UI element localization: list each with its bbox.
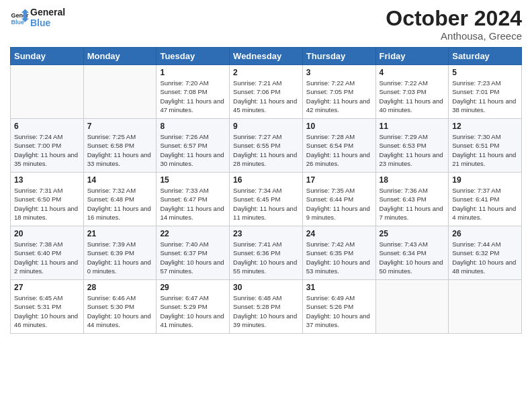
- calendar-cell: 15Sunrise: 7:33 AMSunset: 6:47 PMDayligh…: [157, 173, 230, 226]
- day-info: Sunrise: 7:38 AMSunset: 6:40 PMDaylight:…: [14, 240, 80, 275]
- day-number: 11: [380, 122, 445, 131]
- calendar-cell: 18Sunrise: 7:36 AMSunset: 6:43 PMDayligh…: [375, 173, 449, 226]
- calendar-cell: 17Sunrise: 7:35 AMSunset: 6:44 PMDayligh…: [302, 173, 375, 226]
- day-info: Sunrise: 7:22 AMSunset: 7:05 PMDaylight:…: [306, 79, 372, 114]
- header: General Blue General Blue October 2024 A…: [10, 7, 522, 42]
- calendar-cell: [375, 280, 449, 334]
- day-number: 5: [452, 68, 518, 77]
- calendar-cell: [83, 65, 157, 119]
- day-info: Sunrise: 7:25 AMSunset: 6:58 PMDaylight:…: [87, 132, 153, 168]
- day-info: Sunrise: 7:31 AMSunset: 6:50 PMDaylight:…: [14, 186, 80, 222]
- day-info: Sunrise: 7:36 AMSunset: 6:43 PMDaylight:…: [380, 186, 445, 222]
- day-info: Sunrise: 7:35 AMSunset: 6:44 PMDaylight:…: [306, 186, 372, 222]
- calendar-cell: 22Sunrise: 7:40 AMSunset: 6:37 PMDayligh…: [157, 226, 230, 280]
- logo-blue: Blue: [30, 17, 65, 28]
- calendar-cell: 28Sunrise: 6:46 AMSunset: 5:30 PMDayligh…: [83, 280, 157, 334]
- day-number: 9: [233, 122, 299, 131]
- day-number: 13: [14, 175, 80, 185]
- calendar-cell: 1Sunrise: 7:20 AMSunset: 7:08 PMDaylight…: [157, 65, 230, 119]
- day-number: 29: [160, 283, 226, 292]
- day-number: 8: [160, 122, 226, 131]
- calendar-cell: 10Sunrise: 7:28 AMSunset: 6:54 PMDayligh…: [302, 119, 375, 173]
- calendar-cell: 4Sunrise: 7:22 AMSunset: 7:03 PMDaylight…: [375, 65, 449, 119]
- day-number: 30: [233, 283, 299, 292]
- day-info: Sunrise: 7:28 AMSunset: 6:54 PMDaylight:…: [306, 132, 372, 168]
- location: Anthousa, Greece: [386, 30, 522, 42]
- calendar-cell: 13Sunrise: 7:31 AMSunset: 6:50 PMDayligh…: [11, 173, 84, 226]
- calendar-cell: 11Sunrise: 7:29 AMSunset: 6:53 PMDayligh…: [375, 119, 449, 173]
- day-info: Sunrise: 7:32 AMSunset: 6:48 PMDaylight:…: [87, 186, 153, 222]
- svg-text:Blue: Blue: [11, 19, 24, 26]
- day-info: Sunrise: 7:39 AMSunset: 6:39 PMDaylight:…: [87, 240, 153, 275]
- day-info: Sunrise: 7:20 AMSunset: 7:08 PMDaylight:…: [160, 79, 226, 114]
- day-number: 31: [306, 283, 372, 292]
- calendar-cell: 20Sunrise: 7:38 AMSunset: 6:40 PMDayligh…: [11, 226, 84, 280]
- day-number: 25: [380, 229, 445, 238]
- calendar-week: 6Sunrise: 7:24 AMSunset: 7:00 PMDaylight…: [11, 119, 522, 173]
- calendar-cell: 27Sunrise: 6:45 AMSunset: 5:31 PMDayligh…: [11, 280, 84, 334]
- month-title: October 2024: [386, 7, 522, 30]
- day-number: 22: [160, 229, 226, 238]
- calendar-cell: 9Sunrise: 7:27 AMSunset: 6:55 PMDaylight…: [230, 119, 303, 173]
- calendar-cell: 3Sunrise: 7:22 AMSunset: 7:05 PMDaylight…: [302, 65, 375, 119]
- calendar-cell: 31Sunrise: 6:49 AMSunset: 5:26 PMDayligh…: [302, 280, 375, 334]
- weekday-header: Tuesday: [157, 48, 230, 65]
- calendar-week: 20Sunrise: 7:38 AMSunset: 6:40 PMDayligh…: [11, 226, 522, 280]
- day-info: Sunrise: 7:41 AMSunset: 6:36 PMDaylight:…: [233, 240, 299, 275]
- day-info: Sunrise: 7:34 AMSunset: 6:45 PMDaylight:…: [233, 186, 299, 222]
- day-info: Sunrise: 6:45 AMSunset: 5:31 PMDaylight:…: [14, 293, 80, 329]
- title-block: October 2024 Anthousa, Greece: [386, 7, 522, 42]
- calendar-cell: 23Sunrise: 7:41 AMSunset: 6:36 PMDayligh…: [230, 226, 303, 280]
- calendar-week: 27Sunrise: 6:45 AMSunset: 5:31 PMDayligh…: [11, 280, 522, 334]
- calendar-container: General Blue General Blue October 2024 A…: [0, 0, 532, 337]
- day-info: Sunrise: 7:24 AMSunset: 7:00 PMDaylight:…: [14, 132, 80, 168]
- day-number: 24: [306, 229, 372, 238]
- day-number: 3: [306, 68, 372, 77]
- day-info: Sunrise: 7:37 AMSunset: 6:41 PMDaylight:…: [452, 186, 518, 222]
- calendar-cell: [449, 280, 522, 334]
- calendar-cell: 21Sunrise: 7:39 AMSunset: 6:39 PMDayligh…: [83, 226, 157, 280]
- day-number: 15: [160, 175, 226, 185]
- calendar-week: 13Sunrise: 7:31 AMSunset: 6:50 PMDayligh…: [11, 173, 522, 226]
- day-number: 20: [14, 229, 80, 238]
- weekday-header: Wednesday: [230, 48, 303, 65]
- calendar-cell: 25Sunrise: 7:43 AMSunset: 6:34 PMDayligh…: [375, 226, 449, 280]
- header-row: SundayMondayTuesdayWednesdayThursdayFrid…: [11, 48, 522, 65]
- calendar-cell: 7Sunrise: 7:25 AMSunset: 6:58 PMDaylight…: [83, 119, 157, 173]
- day-info: Sunrise: 7:33 AMSunset: 6:47 PMDaylight:…: [160, 186, 226, 222]
- calendar-cell: 12Sunrise: 7:30 AMSunset: 6:51 PMDayligh…: [449, 119, 522, 173]
- calendar-cell: 5Sunrise: 7:23 AMSunset: 7:01 PMDaylight…: [449, 65, 522, 119]
- day-info: Sunrise: 6:49 AMSunset: 5:26 PMDaylight:…: [306, 293, 372, 329]
- day-number: 18: [380, 175, 445, 185]
- day-number: 2: [233, 68, 299, 77]
- weekday-header: Thursday: [302, 48, 375, 65]
- logo-icon: General Blue: [10, 8, 29, 27]
- calendar-cell: 16Sunrise: 7:34 AMSunset: 6:45 PMDayligh…: [230, 173, 303, 226]
- day-number: 26: [452, 229, 518, 238]
- day-number: 17: [306, 175, 372, 185]
- day-number: 7: [87, 122, 153, 131]
- day-info: Sunrise: 6:47 AMSunset: 5:29 PMDaylight:…: [160, 293, 226, 329]
- calendar-cell: 26Sunrise: 7:44 AMSunset: 6:32 PMDayligh…: [449, 226, 522, 280]
- day-number: 4: [380, 68, 445, 77]
- day-info: Sunrise: 7:30 AMSunset: 6:51 PMDaylight:…: [452, 132, 518, 168]
- day-number: 28: [87, 283, 153, 292]
- day-info: Sunrise: 7:44 AMSunset: 6:32 PMDaylight:…: [452, 240, 518, 275]
- day-number: 16: [233, 175, 299, 185]
- day-number: 19: [452, 175, 518, 185]
- logo: General Blue General Blue: [10, 7, 65, 28]
- day-number: 27: [14, 283, 80, 292]
- day-number: 10: [306, 122, 372, 131]
- weekday-header: Monday: [83, 48, 157, 65]
- weekday-header: Saturday: [449, 48, 522, 65]
- day-info: Sunrise: 7:42 AMSunset: 6:35 PMDaylight:…: [306, 240, 372, 275]
- calendar-cell: 2Sunrise: 7:21 AMSunset: 7:06 PMDaylight…: [230, 65, 303, 119]
- day-info: Sunrise: 7:27 AMSunset: 6:55 PMDaylight:…: [233, 132, 299, 168]
- day-number: 12: [452, 122, 518, 131]
- calendar-cell: 30Sunrise: 6:48 AMSunset: 5:28 PMDayligh…: [230, 280, 303, 334]
- day-number: 21: [87, 229, 153, 238]
- day-number: 6: [14, 122, 80, 131]
- day-info: Sunrise: 6:48 AMSunset: 5:28 PMDaylight:…: [233, 293, 299, 329]
- calendar-cell: [11, 65, 84, 119]
- day-number: 1: [160, 68, 226, 77]
